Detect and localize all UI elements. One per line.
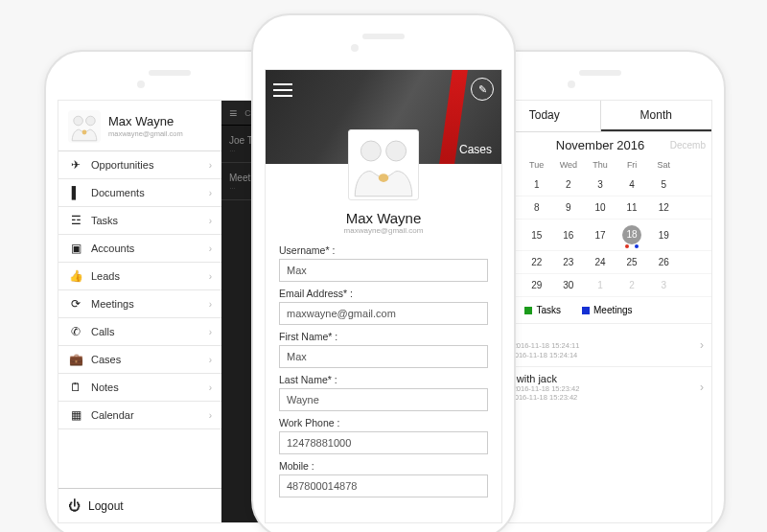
weekday-label: Wed [552,156,584,173]
sidebar-item-accounts[interactable]: ▣Accounts› [58,235,221,263]
calendar-day[interactable]: 22 [521,251,552,274]
sidebar-item-cases[interactable]: 💼Cases› [58,346,221,374]
sidebar-item-documents[interactable]: ▌Documents› [58,179,221,207]
chevron-right-icon: › [209,382,212,393]
calendar-day [680,251,711,274]
chevron-right-icon: › [209,271,212,282]
calendar-day[interactable]: 3 [584,173,616,197]
calendar-day[interactable]: 24 [584,251,616,274]
calendar-day[interactable]: 23 [552,251,584,274]
menu-label: Tasks [91,215,209,226]
weekday-label: Sat [648,156,680,173]
menu-label: Notes [91,382,209,393]
event-title: ting with jack [497,373,700,384]
chevron-right-icon: › [209,216,212,226]
menu-icon: 🗒 [68,381,83,394]
handshake-icon [68,110,101,143]
pencil-icon: ✎ [478,83,487,96]
field-input-0[interactable] [279,259,488,282]
sidebar-item-opportunities[interactable]: ✈Opportunities› [58,151,221,179]
calendar-day[interactable]: 11 [616,197,648,220]
calendar-day[interactable]: 2 [552,173,584,197]
calendar-day[interactable]: 1 [584,274,616,297]
calendar-day [680,220,711,251]
calendar-month-title: November 2016 [537,138,663,152]
event-item[interactable]: ting with jackate : 2016-11-18 15:23:42e… [489,366,711,409]
field-input-5[interactable] [279,474,488,497]
calendar-day[interactable]: 1 [521,173,552,197]
menu-icon: ☲ [68,214,83,227]
field-label: Mobile : [279,460,488,472]
calendar-day [680,274,711,297]
chevron-right-icon: › [700,381,704,394]
phone-camera [137,81,145,88]
weekday-label: Tue [521,156,552,173]
menu-icon: ✆ [68,325,83,338]
field-3: Last Name* : [279,374,488,411]
calendar-day[interactable]: 30 [552,274,584,297]
event-date: ate : 2016-11-18 15:23:42e : : 2016-11-1… [497,384,700,404]
menu-icon: ⟳ [68,297,83,311]
menu-button[interactable] [273,78,298,103]
logout-button[interactable]: ⏻ Logout [58,488,221,522]
sidebar-item-notes[interactable]: 🗒Notes› [58,374,221,402]
menu-label: Opportunities [91,159,209,171]
menu-icon: ▦ [68,408,83,422]
field-input-2[interactable] [279,345,488,368]
calendar-day[interactable]: 12 [648,197,680,220]
calendar-header: November 2016 Decemb [489,132,711,156]
sidebar-menu: ✈Opportunities›▌Documents›☲Tasks›▣Accoun… [58,151,221,488]
chevron-right-icon: › [209,299,212,310]
sidebar-item-meetings[interactable]: ⟳Meetings› [58,290,221,318]
calendar-day[interactable]: 18 [616,220,648,251]
sidebar-item-leads[interactable]: 👍Leads› [58,263,221,290]
calendar-day[interactable]: 15 [521,220,552,251]
profile-body: Max Wayne maxwayne@gmail.com Username* :… [266,164,501,513]
calendar-day[interactable]: 3 [648,274,680,297]
calendar-day[interactable]: 19 [648,220,680,251]
weekday-label: Thu [584,156,616,173]
field-input-4[interactable] [279,431,488,454]
calendar-day[interactable]: 10 [584,197,616,220]
calendar-day[interactable]: 16 [552,220,584,251]
calendar-next-month[interactable]: Decemb [663,140,706,150]
tab-month[interactable]: Month [601,101,712,131]
edit-button[interactable]: ✎ [471,78,494,101]
legend-meetings-label: Meetings [593,305,633,315]
calendar-day[interactable]: 4 [616,173,648,197]
phone-profile: ✎ Cases Max Wayne maxwayne@gmail.com Use… [251,13,516,532]
calendar-day[interactable]: 17 [584,220,616,251]
weekday-label [680,156,711,173]
sidebar-item-calls[interactable]: ✆Calls› [58,318,221,346]
phone-camera [351,44,359,52]
chevron-right-icon: › [209,410,212,421]
profile-display-name: Max Wayne [279,210,488,226]
svg-point-1 [86,116,96,126]
profile-email: maxwayne@gmail.com [108,129,183,138]
calendar-day[interactable]: 25 [616,251,648,274]
event-item[interactable]: Talkate : 2016-11-18 15:24:11e : : 2016-… [489,323,711,366]
field-4: Work Phone : [279,417,488,454]
profile-name: Max Wayne [108,115,183,128]
sidebar-item-calendar[interactable]: ▦Calendar› [58,402,221,429]
calendar-day [680,197,711,220]
sidebar-profile[interactable]: Max Wayne maxwayne@gmail.com [58,101,221,151]
calendar-day[interactable]: 5 [648,173,680,197]
menu-label: Accounts [91,243,209,254]
sidebar-item-tasks[interactable]: ☲Tasks› [58,207,221,235]
field-input-1[interactable] [279,302,488,325]
square-icon [524,307,532,314]
menu-label: Cases [91,354,209,365]
field-input-3[interactable] [279,388,488,411]
field-label: Username* : [279,244,488,256]
calendar-day[interactable]: 2 [616,274,648,297]
legend-tasks-label: Tasks [536,305,561,315]
calendar-day[interactable]: 29 [521,274,552,297]
chevron-right-icon: › [209,188,212,198]
calendar-day[interactable]: 8 [521,197,552,220]
event-date: ate : 2016-11-18 15:24:11e : : 2016-11-1… [497,341,700,360]
calendar-day[interactable]: 26 [648,251,680,274]
menu-label: Leads [91,270,209,282]
menu-icon: 👍 [68,269,83,283]
calendar-day[interactable]: 9 [552,197,584,220]
